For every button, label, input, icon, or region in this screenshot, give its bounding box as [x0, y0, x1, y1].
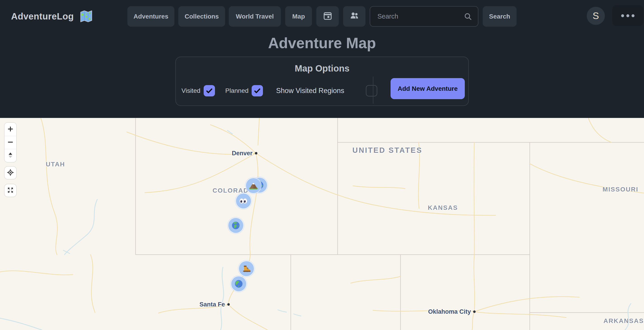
adventure-marker-globe-africa-icon[interactable] — [228, 218, 243, 233]
state-label-missouri: MISSOURI — [602, 186, 638, 193]
avatar[interactable]: S — [587, 7, 605, 25]
card-divider — [373, 76, 373, 104]
map-canvas[interactable]: UTAHCOLORADOUNITED STATESKANSASMISSOURIA… — [0, 118, 644, 330]
city-label-text: Santa Fe — [199, 301, 225, 308]
adventure-marker-eyes-icon[interactable] — [236, 194, 251, 208]
show-visited-regions-label: Show Visited Regions — [276, 87, 344, 95]
users-button[interactable] — [343, 6, 366, 27]
state-label-arkansas: ARKANSAS — [604, 317, 644, 324]
navbar: AdventureLog Adventures Collections Worl… — [0, 0, 644, 32]
visited-checkbox[interactable] — [204, 85, 215, 96]
calendar-icon — [323, 11, 333, 22]
users-icon — [350, 11, 359, 22]
map-basemap — [0, 118, 644, 330]
zoom-control-group — [4, 123, 16, 162]
city-dot — [227, 303, 230, 306]
state-label-united-states: UNITED STATES — [352, 146, 422, 154]
zoom-out-icon — [7, 139, 14, 146]
zoom-out-button[interactable] — [4, 136, 16, 149]
geolocate-button[interactable] — [4, 166, 16, 179]
city-dot — [255, 152, 257, 154]
map-option-toggles: Visited Planned Show Visited Regions — [176, 80, 380, 101]
adventure-marker-mountain-icon[interactable] — [246, 178, 261, 193]
pitch-toggle-button[interactable] — [4, 149, 16, 162]
nav-world-travel[interactable]: World Travel — [229, 6, 281, 27]
state-label-kansas: KANSAS — [428, 204, 458, 212]
city-label-denver: Denver — [232, 150, 257, 157]
zoom-in-button[interactable] — [4, 123, 16, 136]
search-button[interactable]: Search — [483, 6, 516, 27]
city-label-text: Denver — [232, 150, 252, 157]
search-input[interactable] — [370, 6, 478, 27]
geolocate-icon — [7, 169, 14, 176]
adventure-marker-globe-americas-icon[interactable] — [231, 276, 246, 291]
city-label-text: Oklahoma City — [428, 308, 471, 315]
pitch-toggle-icon — [7, 152, 14, 159]
fullscreen-icon — [7, 187, 14, 194]
more-menu-button[interactable] — [612, 5, 643, 26]
map-options-card: Map Options Visited Planned Show Visited… — [175, 56, 469, 106]
city-label-santa-fe: Santa Fe — [199, 301, 230, 308]
map-options-title: Map Options — [176, 63, 468, 74]
planned-checkbox[interactable] — [252, 85, 263, 96]
calendar-button[interactable] — [316, 6, 339, 27]
adventure-marker-boot-icon[interactable] — [239, 261, 254, 276]
ellipsis-icon — [621, 14, 634, 17]
page-title: Adventure Map — [0, 34, 644, 52]
nav-collections[interactable]: Collections — [178, 6, 225, 27]
city-label-oklahoma-city: Oklahoma City — [428, 308, 476, 315]
avatar-initial: S — [593, 10, 599, 21]
visited-label: Visited — [182, 87, 200, 94]
fullscreen-button[interactable] — [4, 184, 16, 197]
planned-label: Planned — [226, 87, 249, 94]
nav-adventures[interactable]: Adventures — [128, 6, 174, 27]
brand-name: AdventureLog — [11, 11, 74, 22]
city-dot — [473, 310, 476, 313]
show-visited-regions-checkbox[interactable] — [366, 85, 377, 96]
add-new-adventure-button[interactable]: Add New Adventure — [390, 78, 465, 99]
state-label-utah: UTAH — [46, 161, 65, 168]
world-map-icon — [79, 9, 94, 24]
header: AdventureLog Adventures Collections Worl… — [0, 0, 644, 118]
nav-map[interactable]: Map — [285, 6, 312, 27]
zoom-in-icon — [7, 126, 14, 133]
search-area — [370, 6, 478, 27]
brand[interactable]: AdventureLog — [11, 6, 94, 26]
